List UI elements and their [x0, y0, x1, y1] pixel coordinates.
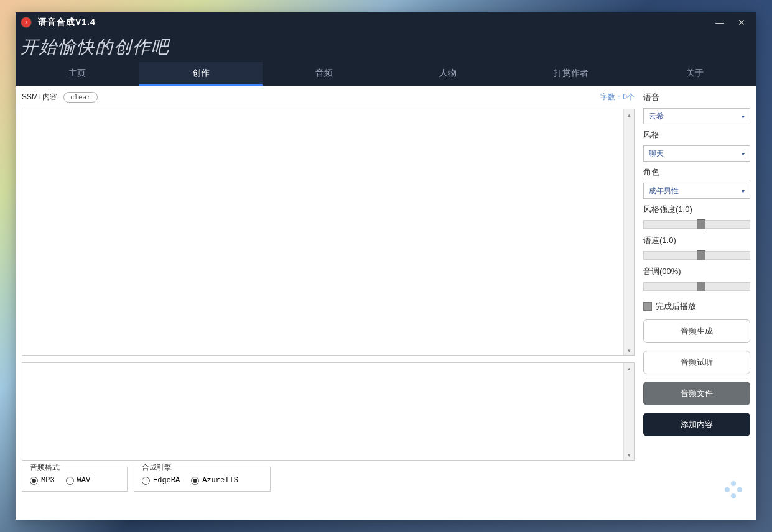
- ssml-textarea[interactable]: ▴ ▾: [22, 109, 635, 356]
- scroll-up-icon[interactable]: ▴: [624, 109, 634, 120]
- scrollbar[interactable]: ▴ ▾: [623, 363, 634, 460]
- clear-button[interactable]: clear: [63, 92, 98, 103]
- play-after-label: 完成后播放: [656, 301, 696, 312]
- scroll-down-icon[interactable]: ▾: [624, 449, 634, 460]
- right-sidebar: 语音 云希 ▾ 风格 聊天 ▾ 角色 成年男性 ▾ 风格强度(1.0) 语速(1…: [643, 92, 750, 513]
- chevron-down-icon: ▾: [742, 188, 745, 195]
- close-button[interactable]: ✕: [738, 17, 745, 27]
- tab-character[interactable]: 人物: [386, 62, 510, 86]
- role-label: 角色: [643, 167, 750, 178]
- app-icon: ♪: [21, 17, 32, 28]
- radio-dot-icon: [66, 477, 74, 485]
- engine-legend: 合成引擎: [139, 462, 174, 473]
- tabbar: 主页 创作 音频 人物 打赏作者 关于: [16, 62, 756, 86]
- add-content-button[interactable]: 添加内容: [643, 413, 750, 436]
- tab-create[interactable]: 创作: [139, 62, 263, 86]
- slogan-text: 开始愉快的创作吧: [21, 35, 170, 59]
- chevron-down-icon: ▾: [742, 150, 745, 157]
- scroll-down-icon[interactable]: ▾: [624, 345, 634, 355]
- checkbox-icon[interactable]: [643, 302, 652, 311]
- radio-wav[interactable]: WAV: [66, 476, 91, 485]
- voice-select[interactable]: 云希 ▾: [643, 108, 750, 124]
- tab-donate[interactable]: 打赏作者: [509, 62, 633, 86]
- pitch-label: 音调(00%): [643, 266, 750, 277]
- bottom-option-groups: 音频格式 MP3 WAV 合成引擎: [22, 467, 635, 492]
- header-band: 开始愉快的创作吧: [16, 32, 756, 62]
- tab-audio[interactable]: 音频: [263, 62, 386, 86]
- radio-dot-icon: [191, 477, 199, 485]
- style-intensity-slider[interactable]: [643, 220, 750, 229]
- radio-mp3[interactable]: MP3: [30, 476, 55, 485]
- audio-format-group: 音频格式 MP3 WAV: [22, 467, 128, 492]
- preview-audio-button[interactable]: 音频试听: [643, 351, 750, 374]
- role-select[interactable]: 成年男性 ▾: [643, 183, 750, 199]
- window-title: 语音合成V1.4: [38, 17, 96, 28]
- voice-label: 语音: [643, 92, 750, 103]
- audio-file-button[interactable]: 音频文件: [643, 382, 750, 405]
- pitch-slider[interactable]: [643, 282, 750, 291]
- tab-home[interactable]: 主页: [16, 62, 139, 86]
- tab-about[interactable]: 关于: [633, 62, 757, 86]
- app-window: ♪ 语音合成V1.4 — ✕ 开始愉快的创作吧 主页 创作 音频 人物 打赏作者…: [16, 12, 756, 520]
- left-column: SSML内容 clear 字数：0个 ▴ ▾ ▴ ▾ 音频格式: [22, 92, 635, 513]
- rate-label: 语速(1.0): [643, 235, 750, 246]
- radio-azuretts[interactable]: AzureTTS: [191, 476, 238, 485]
- window-controls: — ✕: [715, 17, 751, 27]
- radio-edgera[interactable]: EdgeRA: [142, 476, 180, 485]
- chevron-down-icon: ▾: [742, 113, 745, 120]
- scroll-up-icon[interactable]: ▴: [624, 363, 634, 374]
- style-select[interactable]: 聊天 ▾: [643, 145, 750, 162]
- content-area: SSML内容 clear 字数：0个 ▴ ▾ ▴ ▾ 音频格式: [16, 86, 756, 520]
- play-after-checkbox-row[interactable]: 完成后播放: [643, 301, 750, 312]
- ssml-label: SSML内容: [22, 92, 57, 103]
- audio-format-legend: 音频格式: [27, 462, 62, 473]
- rate-slider[interactable]: [643, 251, 750, 260]
- minimize-button[interactable]: —: [715, 17, 724, 27]
- engine-group: 合成引擎 EdgeRA AzureTTS: [134, 467, 271, 492]
- char-count: 字数：0个: [600, 92, 635, 103]
- generate-audio-button[interactable]: 音频生成: [643, 319, 750, 343]
- style-label: 风格: [643, 129, 750, 140]
- radio-dot-icon: [142, 477, 150, 485]
- scrollbar[interactable]: ▴ ▾: [623, 109, 634, 355]
- ssml-header: SSML内容 clear 字数：0个: [22, 92, 635, 103]
- style-intensity-label: 风格强度(1.0): [643, 204, 750, 215]
- titlebar[interactable]: ♪ 语音合成V1.4 — ✕: [16, 12, 756, 32]
- radio-dot-icon: [30, 477, 38, 485]
- preview-textarea[interactable]: ▴ ▾: [22, 362, 635, 461]
